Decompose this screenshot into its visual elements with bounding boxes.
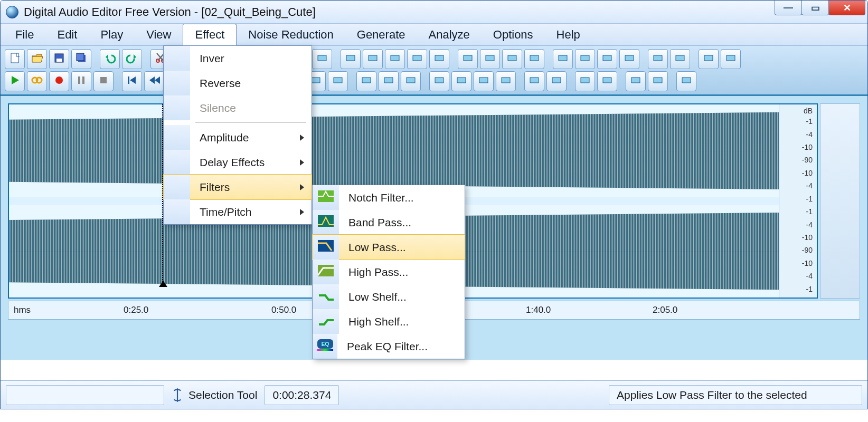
trim-end-icon [367, 52, 379, 66]
toolbar-play-button[interactable] [5, 71, 25, 91]
toolbar-w-a-button[interactable] [575, 71, 595, 91]
minimize-button[interactable]: — [775, 1, 802, 15]
db-tick: -1 [781, 117, 813, 126]
effect-item-filters[interactable]: Filters [164, 175, 312, 199]
toolbar-wave2-button[interactable] [546, 71, 567, 91]
toolbar-file-open-button[interactable] [27, 49, 47, 69]
effect-item-reverse[interactable]: Reverse [164, 71, 312, 95]
lowshelf-icon [318, 290, 334, 304]
toolbar-ch-stereo-button[interactable] [496, 71, 516, 91]
toolbar-fade-in-button[interactable] [502, 49, 522, 69]
filter-item-eq[interactable]: EQPeak EQ Filter... [313, 334, 465, 359]
close-button[interactable]: ✕ [828, 1, 865, 15]
toolbar-prev-button[interactable] [122, 71, 142, 91]
toolbar-file-new-button[interactable] [5, 49, 25, 69]
db-tick: -1 [781, 207, 813, 216]
filter-item-notch[interactable]: Notch Filter... [313, 185, 465, 210]
toolbar-tone-button[interactable] [648, 49, 668, 69]
maximize-button[interactable]: ▭ [801, 1, 829, 15]
toolbar-zoom-v-out-button[interactable] [328, 71, 348, 91]
menu-options[interactable]: Options [482, 24, 545, 45]
filter-item-lowshelf[interactable]: Low Shelf... [313, 284, 465, 309]
amplify-icon [484, 52, 496, 66]
effect-item-silence: Silence [164, 95, 312, 120]
effect-item-delay-effects[interactable]: Delay Effects [164, 150, 312, 175]
filters-submenu: Notch Filter...Band Pass...Low Pass...Hi… [312, 185, 465, 359]
svg-rect-4 [77, 53, 84, 61]
toolbar-sel-start-button[interactable] [407, 49, 427, 69]
toolbar-spectrum-button[interactable] [721, 49, 741, 69]
fade-in-icon [506, 52, 518, 66]
db-unit: dB [781, 107, 815, 115]
db-tick: -10 [781, 169, 813, 177]
toolbar-redo-button[interactable] [122, 49, 142, 69]
eq-icon [681, 74, 692, 89]
stretch-icon [557, 52, 569, 66]
effect-item-amplitude[interactable]: Amplitude [164, 125, 312, 150]
menu-analyze[interactable]: Analyze [417, 24, 482, 45]
svg-rect-38 [100, 77, 107, 83]
toolbar-back-button[interactable] [379, 71, 399, 91]
vertical-scrollbar[interactable] [820, 103, 860, 299]
toolbar-ch-up-button[interactable] [429, 71, 449, 91]
toolbar-save-button[interactable] [49, 49, 69, 69]
toolbar-save-all-button[interactable] [71, 49, 91, 69]
menu-help[interactable]: Help [545, 24, 592, 45]
menu-generate[interactable]: Generate [345, 24, 417, 45]
toolbar-normalize-button[interactable] [458, 49, 478, 69]
fade-out-icon [529, 52, 540, 66]
highshelf-icon [318, 314, 334, 329]
svg-rect-2 [56, 59, 62, 62]
menu-file[interactable]: File [4, 24, 45, 45]
toolbar-invert-button[interactable] [597, 49, 617, 69]
toolbar-trim-both-button[interactable] [385, 49, 405, 69]
svg-rect-64 [318, 265, 334, 276]
toolbar-shelf1-button[interactable] [626, 71, 646, 91]
effect-item-inver[interactable]: Inver [164, 46, 312, 71]
toolbar-shuffle-button[interactable] [356, 71, 376, 91]
lowpass-icon [318, 240, 334, 254]
toolbar-eq-button[interactable] [676, 71, 696, 91]
db-tick: -10 [781, 233, 813, 242]
svg-text:EQ: EQ [321, 341, 329, 347]
toolbar-undo-button[interactable] [100, 49, 120, 69]
toolbar-fade-out-button[interactable] [524, 49, 544, 69]
menu-view[interactable]: View [135, 24, 183, 45]
svg-rect-32 [727, 55, 735, 61]
toolbar-trim-start-button[interactable] [341, 49, 361, 69]
toolbar-wave1-button[interactable] [524, 71, 544, 91]
filter-item-lowpass[interactable]: Low Pass... [313, 235, 465, 260]
toolbar-rew-button[interactable] [144, 71, 164, 91]
effect-item-time-pitch[interactable]: Time/Pitch [164, 199, 312, 224]
toolbar-pause-button[interactable] [71, 71, 91, 91]
toolbar-noise-button[interactable] [670, 49, 690, 69]
filter-item-highshelf[interactable]: High Shelf... [313, 309, 465, 334]
toolbar-stretch-button[interactable] [553, 49, 573, 69]
menu-play[interactable]: Play [89, 24, 135, 45]
toolbar-ch-mono-button[interactable] [474, 71, 494, 91]
filter-item-highpass[interactable]: High Pass... [313, 260, 465, 284]
toolbar-reverse-button[interactable] [575, 49, 595, 69]
menu-edit[interactable]: Edit [45, 24, 89, 45]
toolbar-shelf2-button[interactable] [648, 71, 668, 91]
toolbar-equal-button[interactable] [401, 71, 421, 91]
toolbar-surround-button[interactable] [699, 49, 719, 69]
svg-rect-52 [479, 78, 488, 83]
menu-effect[interactable]: Effect [183, 24, 237, 45]
filter-item-band[interactable]: Band Pass... [313, 210, 465, 235]
toolbar-sel-end-button[interactable] [429, 49, 449, 69]
toolbar-delete-button[interactable] [312, 49, 332, 69]
svg-rect-50 [435, 78, 444, 83]
record-icon [53, 74, 65, 89]
toolbar-loop-button[interactable] [27, 71, 47, 91]
toolbar-w-b-button[interactable] [597, 71, 617, 91]
toolbar-record-button[interactable] [49, 71, 69, 91]
toolbar-ch-down-button[interactable] [451, 71, 471, 91]
toolbar-stop-button[interactable] [93, 71, 114, 91]
toolbar-amplify-button[interactable] [480, 49, 500, 69]
menu-noise-reduction[interactable]: Noise Reduction [237, 24, 345, 45]
playhead-marker[interactable] [159, 281, 167, 287]
toolbar-trim-end-button[interactable] [363, 49, 383, 69]
delete-icon [316, 52, 328, 66]
toolbar-silence-button[interactable] [619, 49, 639, 69]
